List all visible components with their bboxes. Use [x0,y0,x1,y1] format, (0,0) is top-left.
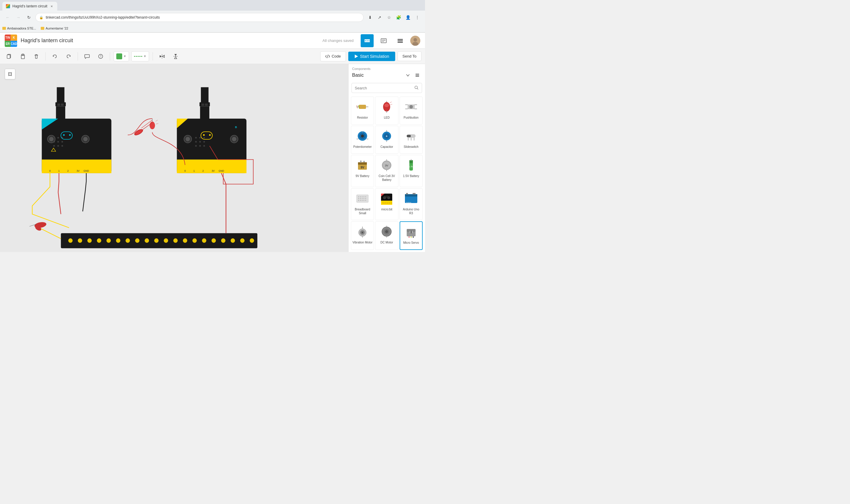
code-btn[interactable]: Code [320,51,346,61]
svg-point-203 [364,200,364,201]
component-9v-battery[interactable]: 9V 9V Battery [351,155,374,187]
svg-point-53 [53,145,55,147]
component-microbit[interactable]: micro:bit [375,188,398,220]
micro-servo-label: Micro Servo [403,241,419,245]
search-input[interactable] [355,86,412,90]
flip-h-btn[interactable] [157,51,168,62]
share-btn[interactable]: ↗ [375,13,384,21]
svg-point-87 [203,134,205,136]
flip-v-icon [173,53,179,59]
component-capacitor[interactable]: + Capacitor [375,126,398,154]
start-simulation-btn[interactable]: Start Simulation [348,52,395,61]
component-slideswitch[interactable]: Slideswitch [400,126,423,154]
list-icon [415,73,419,77]
components-list-view-btn[interactable] [413,71,421,79]
undo-btn[interactable] [49,51,60,62]
svg-text:3V: 3V [212,169,215,172]
delete-btn[interactable] [31,51,42,62]
component-arduino[interactable]: Arduino Arduino Uno R3 [400,188,423,220]
svg-point-64 [56,163,62,167]
component-led[interactable]: LED [375,96,398,125]
schematic-view-icon [380,37,387,44]
components-selector: Basic [352,71,421,79]
component-potentiometer[interactable]: Potentiometer [351,126,374,154]
paste-btn[interactable] [17,51,28,62]
svg-point-48 [57,137,59,139]
svg-rect-34 [57,87,64,104]
pushbutton-label: Pushbutton [404,116,419,120]
svg-rect-39 [201,87,209,104]
reload-button[interactable]: ↻ [25,13,33,21]
svg-point-115 [68,238,73,243]
svg-point-77 [195,137,197,139]
led-icon [379,99,394,114]
profile-btn[interactable]: 👤 [404,13,412,21]
vibration-motor-icon [355,224,370,239]
svg-rect-222 [413,193,416,195]
tab-title: Hagrid's lantern circuit [13,4,47,8]
svg-point-12 [414,38,417,42]
active-tab[interactable]: Hagrid's lantern circuit ✕ [2,2,57,11]
circuit-view-btn[interactable] [361,34,374,47]
canvas-area[interactable]: 0 1 2 3V GND [0,64,348,252]
svg-point-231 [385,230,388,233]
svg-point-88 [209,134,211,136]
download-btn[interactable]: ⬇ [366,13,374,21]
tab-close-btn[interactable]: ✕ [50,4,54,8]
components-dropdown-btn[interactable] [404,71,412,79]
coin-cell-icon: 3V [379,158,394,173]
comment-btn[interactable] [82,51,93,62]
microbit-right[interactable]: 0 1 2 3V GND B [177,119,247,173]
search-bar[interactable] [351,83,422,93]
address-bar[interactable]: 🔒 tinkercad.com/things/bzUuU99hXo2-stunn… [35,13,364,22]
svg-point-95 [200,163,206,167]
svg-point-149 [384,104,389,107]
extensions-btn[interactable]: 🧩 [394,13,402,21]
lock-icon: 🔒 [39,16,43,19]
note-btn[interactable]: ? [95,51,106,62]
color-swatch [116,53,122,59]
line-picker-btn[interactable]: ▼ [131,51,149,61]
copy-btn[interactable] [3,51,15,62]
svg-text:Arduino: Arduino [406,201,411,203]
search-icon[interactable] [414,85,419,91]
svg-rect-137 [416,74,419,74]
svg-point-202 [362,200,363,201]
divider-1 [46,52,46,60]
component-coin-cell[interactable]: 3V Coin Cell 3V Battery [375,155,398,187]
bookmark-btn[interactable]: ☆ [385,13,393,21]
undo-icon [52,53,58,59]
component-resistor[interactable]: Resistor [351,96,374,125]
component-micro-servo[interactable]: Micro Servo [400,221,423,250]
forward-button[interactable]: → [14,13,22,21]
svg-point-80 [195,141,197,143]
component-breadboard[interactable]: Breadboard Small [351,188,374,220]
menu-btn[interactable]: ⋮ [413,13,421,21]
microbit-left[interactable]: 0 1 2 3V GND [42,119,112,173]
svg-rect-9 [398,40,403,41]
svg-rect-15 [7,55,10,58]
svg-point-78 [199,137,201,139]
component-1-5v-battery[interactable]: 1.5V 1.5V Battery [400,155,423,187]
tinkercad-app: TIN K ER CAD Hagrid's lantern circuit Al… [0,33,425,252]
component-dc-motor[interactable]: DC Motor [375,221,398,250]
color-picker-btn[interactable]: ▼ [114,51,129,61]
list-view-btn[interactable] [394,34,407,47]
svg-text:1.5V: 1.5V [409,165,414,168]
component-pushbutton[interactable]: Pushbutton [400,96,423,125]
svg-point-129 [202,238,206,243]
send-to-btn[interactable]: Send To [398,51,421,61]
bookmark-ambaixadora[interactable]: Ambaixadora STE... [2,26,36,30]
svg-text:B: B [235,126,237,129]
schematic-view-btn[interactable] [377,34,390,47]
back-button[interactable]: ← [3,13,12,21]
redo-btn[interactable] [63,51,74,62]
component-vibration-motor[interactable]: Vibration Motor [351,221,374,250]
avatar[interactable] [410,36,420,46]
flip-v-btn[interactable] [170,51,181,62]
svg-point-201 [360,200,361,201]
bookmark-aumentame[interactable]: Aumentame '22 [41,26,68,30]
micro-servo-icon [403,224,419,240]
components-header: Components Basic [348,64,425,80]
folder-icon [2,27,6,30]
